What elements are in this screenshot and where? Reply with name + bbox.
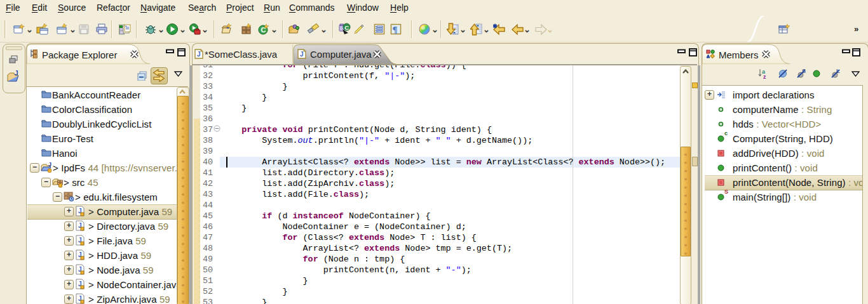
svg-text:J: J — [15, 70, 18, 77]
svg-text:z: z — [763, 74, 766, 79]
svg-text:¶: ¶ — [393, 25, 398, 35]
svg-text:C: C — [344, 24, 349, 31]
svg-text:J: J — [197, 51, 201, 58]
svg-text:J: J — [300, 51, 304, 58]
svg-text:J: J — [48, 162, 51, 168]
